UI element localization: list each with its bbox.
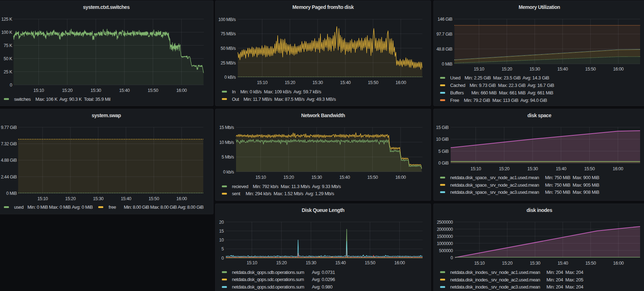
svg-text:netdata.disk_inodes._srv_node_: netdata.disk_inodes._srv_node_ac2.used.m… [450, 277, 540, 282]
svg-text:48.8 GiB: 48.8 GiB [436, 47, 452, 52]
svg-text:5: 5 [221, 246, 224, 251]
svg-text:15:10: 15:10 [257, 80, 268, 85]
svg-text:netdata.disk_space._srv_node_a: netdata.disk_space._srv_node_ac2.used.me… [450, 182, 539, 188]
svg-text:15:40: 15:40 [340, 80, 351, 85]
svg-text:1000000: 1000000 [437, 241, 453, 246]
svg-text:Buffers: Buffers [450, 90, 464, 95]
svg-text:disk space: disk space [527, 113, 551, 118]
svg-text:0 GiB: 0 GiB [438, 161, 449, 166]
svg-text:15:30: 15:30 [311, 175, 322, 180]
svg-text:15:10: 15:10 [37, 196, 48, 201]
svg-text:1500000: 1500000 [437, 234, 453, 239]
svg-text:Free: Free [450, 98, 459, 103]
svg-text:netdata.disk_qops.sdd.operatio: netdata.disk_qops.sdd.operations.sum [232, 284, 304, 290]
svg-text:15:50: 15:50 [585, 67, 596, 72]
svg-text:15:20: 15:20 [285, 80, 295, 85]
svg-text:sent: sent [232, 191, 241, 196]
svg-text:2500000: 2500000 [437, 220, 453, 225]
svg-text:0 MiB: 0 MiB [442, 62, 452, 67]
svg-text:7.32 GiB: 7.32 GiB [1, 141, 17, 146]
svg-text:25 K: 25 K [4, 69, 12, 74]
svg-text:Min: 79.2 GiB Max: 113 GiB A: Min: 79.2 GiB Max: 113 GiB Avg: 94.0 GiB [464, 98, 547, 103]
svg-text:15:50: 15:50 [365, 260, 376, 265]
svg-text:100 K: 100 K [1, 30, 12, 35]
svg-text:15:50: 15:50 [368, 80, 378, 85]
svg-text:5 Mb/s: 5 Mb/s [222, 155, 234, 160]
svg-text:15:30: 15:30 [306, 260, 316, 265]
svg-text:15:40: 15:40 [556, 166, 566, 171]
svg-text:15:10: 15:10 [33, 88, 44, 93]
svg-text:500000: 500000 [439, 248, 453, 253]
svg-text:0 kb/s: 0 kb/s [223, 170, 234, 175]
svg-text:Min: 8.00 GiB Max: 8.00 GiB Av: Min: 8.00 GiB Max: 8.00 GiB Avg: 8.00 Gi… [124, 204, 204, 210]
svg-text:2000000: 2000000 [437, 227, 453, 232]
svg-text:50 MB/s: 50 MB/s [221, 46, 236, 51]
svg-text:Avg: 0.980: Avg: 0.980 [312, 284, 333, 290]
svg-text:Min: 204 Max: 205: Min: 204 Max: 205 [546, 277, 583, 282]
svg-text:15:10: 15:10 [471, 166, 481, 171]
svg-text:2.44 GiB: 2.44 GiB [1, 175, 17, 180]
svg-text:15 Mb/s: 15 Mb/s [219, 125, 234, 130]
svg-text:Min: 9.73 GiB Max: 22.3 GiB: Min: 9.73 GiB Max: 22.3 GiB Avg: 16.7 Gi… [470, 83, 554, 88]
svg-text:netdata.disk_space._srv_node_a: netdata.disk_space._srv_node_ac1.used.me… [450, 175, 539, 180]
svg-text:50 K: 50 K [4, 56, 12, 61]
svg-text:Memory Paged from/to disk: Memory Paged from/to disk [292, 4, 354, 10]
svg-text:15:50: 15:50 [367, 175, 378, 180]
svg-text:recieved: recieved [232, 184, 248, 189]
svg-text:15:40: 15:40 [335, 260, 346, 265]
svg-text:20: 20 [219, 220, 224, 225]
svg-text:16:00: 16:00 [613, 261, 624, 266]
svg-text:15:20: 15:20 [502, 67, 512, 72]
svg-text:Avg: 0.0731: Avg: 0.0731 [312, 270, 335, 275]
svg-text:15:50: 15:50 [148, 88, 158, 93]
svg-text:15:50: 15:50 [148, 196, 159, 201]
svg-text:Out: Out [232, 97, 240, 102]
svg-text:16:00: 16:00 [613, 166, 623, 171]
svg-text:15:50: 15:50 [585, 261, 596, 266]
svg-text:Cached: Cached [450, 83, 466, 88]
svg-text:15:30: 15:30 [312, 80, 323, 85]
svg-text:Min: 0 kB/s Max: 109 kB/s Av: Min: 0 kB/s Max: 109 kB/s Avg: 59.7 kB/s [240, 89, 321, 94]
svg-text:netdata.disk_qops.sdc.operatio: netdata.disk_qops.sdc.operations.sum [232, 277, 304, 282]
svg-text:Min: 660 MiB Max: 661 MiB Av: Min: 660 MiB Max: 661 MiB Avg: 661 MiB [471, 90, 553, 95]
svg-text:disk inodes: disk inodes [527, 207, 553, 213]
svg-text:15:40: 15:40 [557, 67, 568, 72]
svg-text:15:40: 15:40 [557, 261, 568, 266]
svg-text:Min: 750 MiB Max: 905 MiB: Min: 750 MiB Max: 905 MiB [545, 182, 599, 188]
svg-text:4.88 GiB: 4.88 GiB [1, 158, 17, 163]
svg-text:146 GiB: 146 GiB [438, 17, 452, 22]
svg-text:15:10: 15:10 [474, 67, 485, 72]
svg-text:15:30: 15:30 [530, 261, 540, 266]
svg-text:used: used [14, 204, 23, 210]
svg-text:Used: Used [450, 75, 461, 80]
svg-text:16:00: 16:00 [613, 67, 624, 72]
svg-text:15:20: 15:20 [499, 166, 509, 171]
svg-text:0: 0 [221, 256, 224, 261]
svg-text:15:50: 15:50 [584, 166, 595, 171]
svg-text:system.ctxt.switches: system.ctxt.switches [83, 4, 130, 10]
svg-text:netdata.disk_inodes._srv_node_: netdata.disk_inodes._srv_node_ac1.used.m… [450, 270, 540, 275]
svg-text:Disk Queue Length: Disk Queue Length [302, 207, 345, 213]
svg-text:15:30: 15:30 [529, 67, 540, 72]
svg-text:10 Mb/s: 10 Mb/s [219, 140, 234, 145]
svg-text:15:40: 15:40 [119, 88, 130, 93]
svg-text:free: free [109, 204, 116, 210]
svg-text:system.swap: system.swap [91, 113, 121, 118]
svg-text:15:30: 15:30 [93, 196, 104, 201]
svg-text:0: 0 [451, 255, 453, 260]
svg-text:Min: 204 Max: 204: Min: 204 Max: 204 [546, 284, 583, 290]
svg-text:75 MB/s: 75 MB/s [221, 31, 236, 36]
svg-text:Min: 2.25 GiB Max: 23.5 GiB: Min: 2.25 GiB Max: 23.5 GiB Avg: 14.3 Gi… [465, 75, 549, 80]
svg-text:15:40: 15:40 [339, 175, 350, 180]
svg-text:15:20: 15:20 [283, 175, 294, 180]
svg-text:Avg: 0.0296: Avg: 0.0296 [312, 277, 335, 282]
svg-text:9.77 GiB: 9.77 GiB [1, 125, 17, 130]
svg-text:15: 15 [219, 229, 224, 234]
svg-text:Min: 750 MiB Max: 900 MiB: Min: 750 MiB Max: 900 MiB [545, 175, 599, 180]
svg-text:15:20: 15:20 [502, 261, 513, 266]
svg-text:0 MiB: 0 MiB [6, 191, 17, 196]
svg-text:Min: 792 kb/s Max: 11.3 Mb/s: Min: 792 kb/s Max: 11.3 Mb/s Avg: 9.33 M… [253, 184, 341, 189]
svg-text:15:10: 15:10 [474, 261, 485, 266]
svg-text:15:20: 15:20 [62, 88, 73, 93]
svg-text:netdata.disk_inodes._srv_node_: netdata.disk_inodes._srv_node_ac3.used.m… [450, 284, 540, 290]
